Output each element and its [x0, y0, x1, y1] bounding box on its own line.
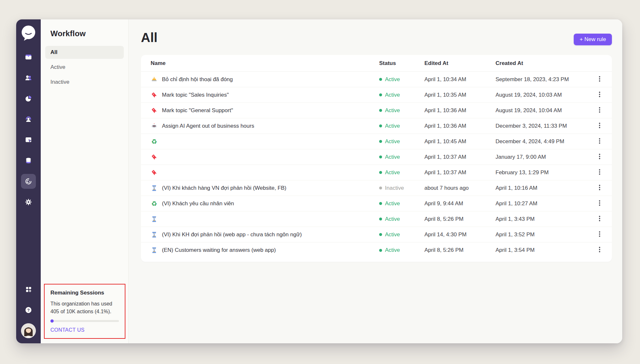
row-menu-button[interactable]: [592, 106, 607, 115]
row-menu-button[interactable]: [592, 137, 607, 146]
sidebar-item-data[interactable]: [21, 153, 36, 168]
table-row[interactable]: (EN) Customers waiting for answers (web …: [141, 242, 612, 258]
rule-name-cell: (VI) Khi KH đợi phản hồi (web app - chưa…: [151, 231, 379, 238]
remaining-sessions-box: Remaining Sessions This organization has…: [44, 284, 125, 339]
row-menu-button[interactable]: [592, 75, 607, 84]
edited-at-value: April 1, 10:45 AM: [424, 138, 496, 145]
edited-at-value: April 1, 10:36 AM: [424, 107, 496, 114]
row-menu-button[interactable]: [592, 122, 607, 130]
edited-at-value: April 1, 10:36 AM: [424, 123, 496, 129]
table-header: Name Status Edited At Created At: [141, 55, 612, 72]
row-menu-button[interactable]: [592, 168, 607, 177]
status-badge: Active: [379, 200, 424, 207]
inbox-icon: [24, 53, 33, 61]
sidebar-item-reports[interactable]: [21, 91, 36, 106]
status-dot-icon: [379, 202, 382, 205]
table-row[interactable]: Bỏ chỉ định hội thoại đã đóng Active Apr…: [141, 72, 612, 87]
rail-nav: [21, 50, 36, 209]
table-row[interactable]: Active April 1, 10:37 AM February 13, 1:…: [141, 165, 612, 180]
kebab-icon: [596, 230, 603, 239]
rule-name-cell: Assign AI Agent out of business hours: [151, 123, 379, 130]
contacts-icon: [24, 74, 33, 82]
kebab-icon: [596, 215, 603, 223]
status-label: Inactive: [385, 185, 404, 191]
edited-at-value: April 14, 4:30 PM: [424, 231, 496, 238]
sidebar-item-help[interactable]: ?: [21, 303, 36, 317]
status-dot-icon: [379, 249, 382, 252]
hourglass-icon: [151, 185, 158, 192]
contact-us-link[interactable]: CONTACT US: [50, 327, 85, 333]
tag-icon: [151, 169, 158, 176]
table-row[interactable]: Mark topic "Sales Inquiries" Active Apri…: [141, 87, 612, 103]
table-row[interactable]: (VI) Khi khách hàng VN đợi phản hồi (Web…: [141, 180, 612, 196]
filter-item-all[interactable]: All: [45, 46, 124, 59]
rule-name-cell: [151, 154, 379, 161]
status-label: Active: [385, 169, 400, 176]
rule-name-cell: Mark topic "General Support": [151, 107, 379, 114]
sidebar-item-apps[interactable]: [21, 282, 36, 297]
status-dot-icon: [379, 233, 382, 236]
main-content: All + New rule Name Status Edited At Cre…: [129, 19, 622, 343]
table-row[interactable]: Assign AI Agent out of business hours Ac…: [141, 118, 612, 134]
status-dot-icon: [379, 93, 382, 96]
rule-name: (VI) Khi khách hàng VN đợi phản hồi (Web…: [162, 185, 286, 191]
rule-name-cell: (VI) Khi khách hàng VN đợi phản hồi (Web…: [151, 185, 379, 192]
edited-at-value: April 1, 10:34 AM: [424, 76, 496, 83]
rule-name-cell: [151, 169, 379, 176]
row-menu-button[interactable]: [592, 91, 607, 99]
row-menu-button[interactable]: [592, 230, 607, 239]
hourglass-icon: [151, 216, 158, 223]
filter-item-inactive[interactable]: Inactive: [45, 76, 124, 89]
status-badge: Active: [379, 76, 424, 83]
edited-at-value: April 1, 10:37 AM: [424, 169, 496, 176]
table-row[interactable]: (VI) Khi KH đợi phản hồi (web app - chưa…: [141, 227, 612, 242]
edited-at-value: April 8, 5:26 PM: [424, 216, 496, 222]
sidebar-item-automation[interactable]: [21, 174, 36, 189]
filter-item-active[interactable]: Active: [45, 61, 124, 74]
status-badge: Active: [379, 216, 424, 222]
table-row[interactable]: ♻ Active April 1, 10:45 AM December 4, 2…: [141, 134, 612, 149]
status-badge: Active: [379, 107, 424, 114]
usage-progress-fill: [50, 319, 54, 323]
table-row[interactable]: ♻ (VI) Khách yêu cầu nhân viên Active Ap…: [141, 196, 612, 211]
workflow-filter-list: AllActiveInactive: [45, 46, 124, 89]
edited-at-value: about 7 hours ago: [424, 185, 496, 191]
sidebar-item-agents[interactable]: [21, 112, 36, 127]
status-dot-icon: [379, 124, 382, 127]
tag-icon: [151, 107, 158, 114]
status-label: Active: [385, 200, 400, 207]
rule-name: (EN) Customers waiting for answers (web …: [162, 247, 276, 253]
rule-name-cell: Bỏ chỉ định hội thoại đã đóng: [151, 76, 379, 83]
status-label: Active: [385, 92, 400, 98]
sidebar-item-profile[interactable]: [21, 323, 36, 338]
kebab-icon: [596, 168, 603, 177]
row-menu-button[interactable]: [592, 199, 607, 208]
kebab-icon: [596, 153, 603, 161]
kebab-icon: [596, 75, 603, 84]
rule-name: Mark topic "Sales Inquiries": [162, 92, 229, 98]
table-row[interactable]: Mark topic "General Support" Active Apri…: [141, 103, 612, 118]
sidebar-item-inbox[interactable]: [21, 50, 36, 65]
created-at-value: August 19, 2024, 10:03 AM: [496, 92, 592, 98]
status-dot-icon: [379, 155, 382, 158]
status-badge: Active: [379, 123, 424, 129]
status-label: Active: [385, 231, 400, 238]
edited-at-value: April 1, 10:35 AM: [424, 92, 496, 98]
status-dot-icon: [379, 109, 382, 112]
apps-grid-icon: [25, 285, 33, 294]
created-at-value: December 3, 2024, 11:33 PM: [496, 123, 592, 129]
row-menu-button[interactable]: [592, 153, 607, 161]
new-rule-button[interactable]: + New rule: [574, 34, 612, 45]
sidebar-item-widget[interactable]: [21, 133, 36, 147]
sidebar-item-contacts[interactable]: [21, 70, 36, 85]
table-row[interactable]: Active April 8, 5:26 PM April 1, 3:43 PM: [141, 211, 612, 227]
row-menu-button[interactable]: [592, 184, 607, 192]
rule-name: Assign AI Agent out of business hours: [162, 123, 254, 129]
app-logo[interactable]: [19, 25, 37, 43]
status-dot-icon: [379, 78, 382, 81]
kebab-icon: [596, 246, 603, 254]
table-row[interactable]: Active April 1, 10:37 AM January 17, 9:0…: [141, 149, 612, 165]
row-menu-button[interactable]: [592, 246, 607, 254]
row-menu-button[interactable]: [592, 215, 607, 223]
sidebar-item-settings[interactable]: [21, 195, 36, 209]
